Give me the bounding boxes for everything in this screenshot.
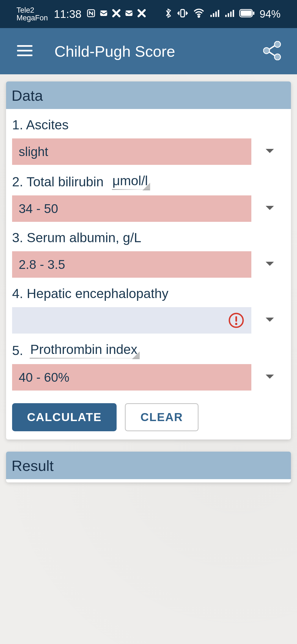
hamburger-icon	[17, 45, 32, 58]
select-value: 2.8 - 3.5	[19, 257, 65, 272]
clear-button[interactable]: CLEAR	[125, 403, 199, 431]
signal-icon	[224, 9, 234, 19]
battery-icon	[239, 9, 255, 19]
field-label: 1. Ascites	[12, 117, 68, 132]
field-albumin: 3. Serum albumin, g/L 2.8 - 3.5	[12, 230, 285, 278]
prothrombin-unit-select[interactable]: Prothrombin index	[30, 342, 139, 358]
warning-icon	[228, 312, 244, 328]
field-bilirubin: 2. Total bilirubin μmol/l 34 - 50	[12, 173, 285, 222]
svg-rect-15	[253, 12, 254, 15]
select-value: 40 - 60%	[19, 370, 69, 385]
albumin-select[interactable]: 2.8 - 3.5	[12, 251, 251, 278]
svg-point-20	[263, 48, 270, 54]
svg-rect-17	[17, 50, 32, 51]
svg-rect-2	[125, 10, 133, 16]
data-card: Data 1. Ascites slight	[6, 81, 291, 440]
menu-button[interactable]	[11, 37, 38, 65]
nfc-icon	[86, 9, 96, 20]
bluetooth-icon	[164, 8, 172, 21]
field-ascites: 1. Ascites slight	[12, 117, 285, 165]
svg-point-21	[274, 54, 280, 60]
prothrombin-select[interactable]: 40 - 60%	[12, 364, 251, 391]
chevron-down-icon	[265, 261, 274, 268]
svg-point-26	[235, 323, 237, 325]
chevron-down-icon	[265, 148, 274, 155]
page-title: Child-Pugh Score	[54, 42, 175, 60]
mail-icon	[99, 9, 108, 20]
mail-icon	[124, 9, 134, 20]
promo-icon	[137, 9, 146, 20]
svg-rect-6	[213, 13, 214, 17]
status-bar: Tele2 MegaFon 11:38	[0, 0, 297, 28]
status-carriers: Tele2 MegaFon	[16, 6, 48, 22]
status-time: 11:38	[54, 8, 81, 20]
svg-rect-9	[225, 15, 227, 17]
vibrate-icon	[177, 8, 188, 21]
svg-rect-14	[241, 10, 252, 16]
status-bar-left: Tele2 MegaFon 11:38	[16, 6, 146, 22]
result-card: Result	[6, 452, 291, 482]
spinner-corner-icon	[132, 351, 140, 359]
encephalopathy-select[interactable]	[12, 307, 251, 334]
chevron-down-icon	[265, 374, 274, 381]
field-label: 4. Hepatic encephalopathy	[12, 286, 168, 301]
bilirubin-unit-select[interactable]: μmol/l	[112, 173, 150, 189]
status-notif-icons	[86, 9, 146, 20]
app-bar: Child-Pugh Score	[0, 28, 297, 74]
dropdown-arrow[interactable]	[263, 258, 277, 271]
carrier-2: MegaFon	[16, 14, 48, 22]
data-card-body: 1. Ascites slight 2. Total bilirubi	[6, 109, 291, 440]
share-icon	[263, 41, 281, 61]
promo-icon	[112, 9, 121, 20]
select-value: 34 - 50	[19, 201, 58, 216]
svg-rect-11	[230, 12, 232, 17]
select-value: slight	[19, 144, 48, 159]
svg-rect-12	[233, 10, 234, 17]
wifi-icon	[193, 9, 205, 20]
field-label: 5.	[12, 343, 23, 358]
svg-rect-18	[17, 54, 32, 56]
ascites-select[interactable]: slight	[12, 138, 251, 165]
field-encephalopathy: 4. Hepatic encephalopathy	[12, 286, 285, 334]
calculate-button[interactable]: CALCULATE	[12, 403, 117, 431]
dropdown-arrow[interactable]	[263, 202, 277, 215]
svg-rect-16	[17, 45, 32, 47]
dropdown-arrow[interactable]	[263, 370, 277, 384]
chevron-down-icon	[265, 317, 274, 324]
svg-rect-8	[218, 10, 219, 17]
signal-icon	[210, 9, 219, 19]
svg-rect-7	[215, 12, 217, 17]
svg-rect-3	[181, 9, 184, 17]
svg-point-4	[198, 16, 199, 17]
result-card-header: Result	[6, 452, 291, 479]
field-prothrombin: 5. Prothrombin index 40 - 60%	[12, 342, 285, 391]
svg-rect-25	[235, 316, 237, 322]
buttons-row: CALCULATE CLEAR	[12, 403, 285, 431]
data-card-header: Data	[6, 81, 291, 109]
dropdown-arrow[interactable]	[263, 313, 277, 327]
svg-rect-1	[100, 10, 107, 16]
status-bar-right: 94%	[164, 8, 280, 21]
spinner-corner-icon	[142, 183, 150, 190]
svg-line-22	[269, 46, 275, 49]
field-label: 3. Serum albumin, g/L	[12, 230, 141, 245]
carrier-1: Tele2	[16, 6, 48, 14]
svg-line-23	[269, 52, 275, 56]
dropdown-arrow[interactable]	[263, 145, 277, 159]
battery-percent: 94%	[260, 8, 280, 20]
content-area: Data 1. Ascites slight	[0, 74, 297, 502]
unit-value: Prothrombin index	[30, 342, 138, 357]
share-button[interactable]	[258, 37, 286, 65]
svg-rect-5	[210, 15, 212, 17]
bilirubin-select[interactable]: 34 - 50	[12, 195, 251, 222]
field-label: 2. Total bilirubin	[12, 174, 104, 189]
svg-rect-10	[228, 13, 229, 17]
svg-point-19	[274, 41, 280, 47]
chevron-down-icon	[265, 205, 274, 212]
